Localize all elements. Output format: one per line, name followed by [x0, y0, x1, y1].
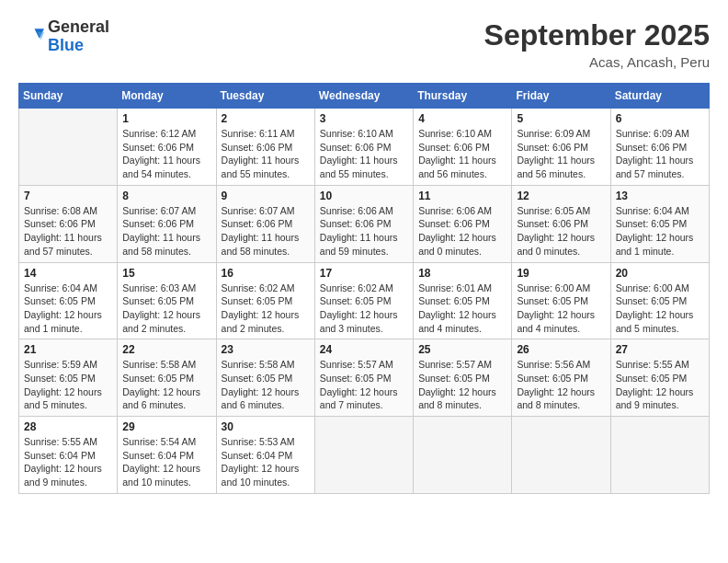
calendar-cell-1-0: 7Sunrise: 6:08 AMSunset: 6:06 PMDaylight…: [19, 185, 118, 262]
day-number: 20: [616, 267, 704, 280]
calendar-cell-0-4: 4Sunrise: 6:10 AMSunset: 6:06 PMDaylight…: [414, 109, 512, 186]
day-info: Sunrise: 6:08 AMSunset: 6:06 PMDaylight:…: [24, 204, 112, 259]
day-info: Sunrise: 6:11 AMSunset: 6:06 PMDaylight:…: [222, 127, 310, 181]
calendar-cell-2-4: 18Sunrise: 6:01 AMSunset: 6:05 PMDayligh…: [414, 262, 512, 339]
calendar-cell-1-5: 12Sunrise: 6:05 AMSunset: 6:06 PMDayligh…: [512, 185, 610, 262]
day-info: Sunrise: 6:07 AMSunset: 6:06 PMDaylight:…: [122, 204, 210, 259]
calendar-cell-3-0: 21Sunrise: 5:59 AMSunset: 6:05 PMDayligh…: [19, 339, 118, 417]
day-info: Sunrise: 6:05 AMSunset: 6:06 PMDaylight:…: [517, 204, 605, 259]
day-number: 22: [122, 343, 210, 356]
location: Acas, Ancash, Peru: [484, 54, 710, 70]
day-number: 14: [24, 267, 112, 280]
day-number: 5: [517, 112, 605, 125]
calendar-cell-4-2: 30Sunrise: 5:53 AMSunset: 6:04 PMDayligh…: [216, 417, 314, 494]
day-number: 12: [517, 190, 605, 202]
day-number: 18: [418, 267, 506, 280]
day-info: Sunrise: 6:12 AMSunset: 6:06 PMDaylight:…: [122, 127, 210, 181]
week-row-1: 7Sunrise: 6:08 AMSunset: 6:06 PMDaylight…: [19, 185, 710, 262]
day-info: Sunrise: 5:58 AMSunset: 6:05 PMDaylight:…: [222, 358, 310, 412]
day-info: Sunrise: 5:59 AMSunset: 6:05 PMDaylight:…: [24, 358, 112, 412]
day-info: Sunrise: 5:57 AMSunset: 6:05 PMDaylight:…: [320, 358, 408, 412]
day-number: 23: [222, 343, 310, 356]
calendar-body: 1Sunrise: 6:12 AMSunset: 6:06 PMDaylight…: [19, 109, 710, 494]
calendar-header-row: Sunday Monday Tuesday Wednesday Thursday…: [19, 84, 710, 109]
header-tuesday: Tuesday: [216, 84, 314, 109]
day-number: 8: [122, 190, 210, 202]
day-number: 1: [122, 112, 210, 125]
day-number: 25: [418, 343, 506, 356]
day-info: Sunrise: 6:00 AMSunset: 6:05 PMDaylight:…: [517, 282, 605, 336]
week-row-4: 28Sunrise: 5:55 AMSunset: 6:04 PMDayligh…: [19, 417, 710, 494]
day-number: 17: [320, 267, 408, 280]
day-number: 6: [616, 112, 704, 125]
day-info: Sunrise: 6:06 AMSunset: 6:06 PMDaylight:…: [418, 204, 506, 259]
day-info: Sunrise: 6:07 AMSunset: 6:06 PMDaylight:…: [222, 204, 310, 259]
day-info: Sunrise: 6:02 AMSunset: 6:05 PMDaylight:…: [222, 282, 310, 336]
day-info: Sunrise: 6:09 AMSunset: 6:06 PMDaylight:…: [616, 127, 704, 181]
week-row-2: 14Sunrise: 6:04 AMSunset: 6:05 PMDayligh…: [19, 262, 710, 339]
day-number: 24: [320, 343, 408, 356]
day-number: 10: [320, 190, 408, 202]
calendar-cell-4-1: 29Sunrise: 5:54 AMSunset: 6:04 PMDayligh…: [118, 417, 216, 494]
day-number: 2: [222, 112, 310, 125]
logo-blue-text: Blue: [48, 36, 84, 54]
day-info: Sunrise: 5:55 AMSunset: 6:05 PMDaylight:…: [616, 358, 704, 412]
calendar-cell-4-4: [414, 417, 512, 494]
logo-text: General Blue: [48, 18, 109, 55]
day-info: Sunrise: 5:55 AMSunset: 6:04 PMDaylight:…: [24, 435, 112, 489]
day-number: 13: [616, 190, 704, 202]
logo: General Blue: [18, 18, 109, 55]
calendar-cell-2-2: 16Sunrise: 6:02 AMSunset: 6:05 PMDayligh…: [216, 262, 314, 339]
day-info: Sunrise: 6:01 AMSunset: 6:05 PMDaylight:…: [418, 282, 506, 336]
calendar-cell-3-3: 24Sunrise: 5:57 AMSunset: 6:05 PMDayligh…: [314, 339, 413, 417]
day-info: Sunrise: 5:58 AMSunset: 6:05 PMDaylight:…: [122, 358, 210, 412]
calendar-cell-2-0: 14Sunrise: 6:04 AMSunset: 6:05 PMDayligh…: [19, 262, 118, 339]
month-title: September 2025: [484, 18, 710, 52]
calendar-cell-4-3: [314, 417, 413, 494]
day-info: Sunrise: 5:54 AMSunset: 6:04 PMDaylight:…: [122, 435, 210, 489]
calendar-cell-1-4: 11Sunrise: 6:06 AMSunset: 6:06 PMDayligh…: [414, 185, 512, 262]
calendar-cell-3-4: 25Sunrise: 5:57 AMSunset: 6:05 PMDayligh…: [414, 339, 512, 417]
day-info: Sunrise: 6:09 AMSunset: 6:06 PMDaylight:…: [517, 127, 605, 181]
day-number: 11: [418, 190, 506, 202]
header: General Blue September 2025 Acas, Ancash…: [18, 18, 710, 70]
day-number: 3: [320, 112, 408, 125]
calendar-cell-2-3: 17Sunrise: 6:02 AMSunset: 6:05 PMDayligh…: [314, 262, 413, 339]
day-number: 16: [222, 267, 310, 280]
calendar-cell-0-5: 5Sunrise: 6:09 AMSunset: 6:06 PMDaylight…: [512, 109, 610, 186]
calendar-cell-0-3: 3Sunrise: 6:10 AMSunset: 6:06 PMDaylight…: [314, 109, 413, 186]
title-block: September 2025 Acas, Ancash, Peru: [484, 18, 710, 70]
day-number: 30: [222, 420, 310, 433]
calendar-cell-2-6: 20Sunrise: 6:00 AMSunset: 6:05 PMDayligh…: [610, 262, 709, 339]
calendar-cell-0-1: 1Sunrise: 6:12 AMSunset: 6:06 PMDaylight…: [118, 109, 216, 186]
calendar-cell-0-2: 2Sunrise: 6:11 AMSunset: 6:06 PMDaylight…: [216, 109, 314, 186]
day-number: 4: [418, 112, 506, 125]
calendar-cell-2-1: 15Sunrise: 6:03 AMSunset: 6:05 PMDayligh…: [118, 262, 216, 339]
calendar-cell-0-0: [19, 109, 118, 186]
day-number: 21: [24, 343, 112, 356]
logo-general-text: General: [48, 17, 109, 36]
day-info: Sunrise: 5:57 AMSunset: 6:05 PMDaylight:…: [418, 358, 506, 412]
day-number: 15: [122, 267, 210, 280]
day-number: 7: [24, 190, 112, 202]
calendar-table: Sunday Monday Tuesday Wednesday Thursday…: [18, 83, 710, 494]
calendar-cell-1-3: 10Sunrise: 6:06 AMSunset: 6:06 PMDayligh…: [314, 185, 413, 262]
calendar-cell-1-1: 8Sunrise: 6:07 AMSunset: 6:06 PMDaylight…: [118, 185, 216, 262]
calendar-cell-4-0: 28Sunrise: 5:55 AMSunset: 6:04 PMDayligh…: [19, 417, 118, 494]
day-number: 29: [122, 420, 210, 433]
day-info: Sunrise: 6:00 AMSunset: 6:05 PMDaylight:…: [616, 282, 704, 336]
calendar-cell-3-2: 23Sunrise: 5:58 AMSunset: 6:05 PMDayligh…: [216, 339, 314, 417]
logo-icon: [18, 24, 44, 50]
day-number: 9: [222, 190, 310, 202]
header-wednesday: Wednesday: [314, 84, 413, 109]
day-info: Sunrise: 6:04 AMSunset: 6:05 PMDaylight:…: [616, 204, 704, 259]
day-info: Sunrise: 6:03 AMSunset: 6:05 PMDaylight:…: [122, 282, 210, 336]
day-info: Sunrise: 5:53 AMSunset: 6:04 PMDaylight:…: [222, 435, 310, 489]
day-info: Sunrise: 6:02 AMSunset: 6:05 PMDaylight:…: [320, 282, 408, 336]
calendar-cell-1-6: 13Sunrise: 6:04 AMSunset: 6:05 PMDayligh…: [610, 185, 709, 262]
day-info: Sunrise: 6:10 AMSunset: 6:06 PMDaylight:…: [418, 127, 506, 181]
day-info: Sunrise: 5:56 AMSunset: 6:05 PMDaylight:…: [517, 358, 605, 412]
header-thursday: Thursday: [414, 84, 512, 109]
calendar-cell-4-5: [512, 417, 610, 494]
calendar-cell-3-6: 27Sunrise: 5:55 AMSunset: 6:05 PMDayligh…: [610, 339, 709, 417]
